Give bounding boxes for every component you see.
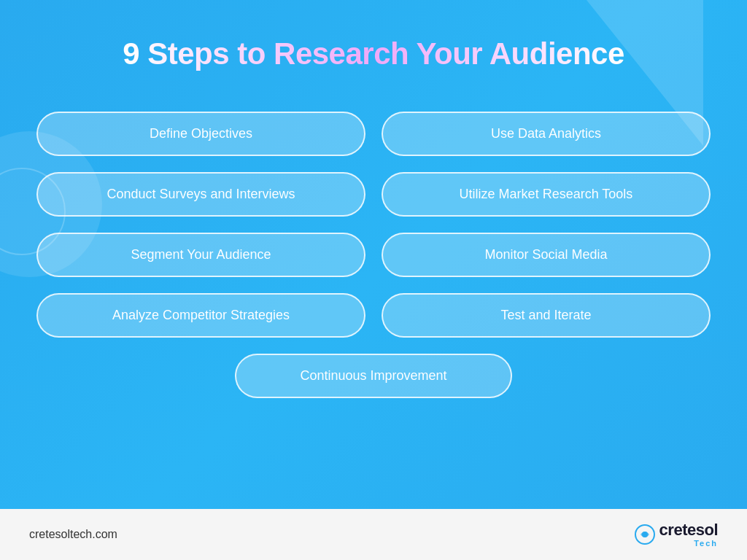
footer-website: cretesoltech.com bbox=[29, 528, 117, 541]
svg-point-1 bbox=[642, 532, 648, 537]
step-analyze-competitor[interactable]: Analyze Competitor Strategies bbox=[36, 293, 365, 338]
footer-logo: cretesol Tech bbox=[635, 521, 718, 548]
step-test-iterate[interactable]: Test and Iterate bbox=[382, 293, 711, 338]
step-segment-audience[interactable]: Segment Your Audience bbox=[36, 233, 365, 277]
bottom-pill-container: Continuous Improvement bbox=[36, 354, 711, 398]
step-define-objectives[interactable]: Define Objectives bbox=[36, 112, 365, 156]
logo-sub: Tech bbox=[659, 539, 718, 548]
logo-brand: cretesol bbox=[659, 521, 718, 539]
content-area: 9 Steps to Research Your Audience Define… bbox=[0, 0, 747, 509]
step-continuous-improvement[interactable]: Continuous Improvement bbox=[235, 354, 512, 398]
logo-icon bbox=[635, 524, 655, 545]
steps-grid: Define Objectives Use Data Analytics Con… bbox=[36, 112, 711, 338]
step-conduct-surveys[interactable]: Conduct Surveys and Interviews bbox=[36, 172, 365, 217]
page-title: 9 Steps to Research Your Audience bbox=[123, 36, 624, 71]
step-utilize-market-research[interactable]: Utilize Market Research Tools bbox=[382, 172, 711, 217]
main-container: 9 Steps to Research Your Audience Define… bbox=[0, 0, 747, 560]
footer: cretesoltech.com cretesol Tech bbox=[0, 509, 747, 560]
step-use-data-analytics[interactable]: Use Data Analytics bbox=[382, 112, 711, 156]
step-monitor-social-media[interactable]: Monitor Social Media bbox=[382, 233, 711, 277]
logo-text: cretesol Tech bbox=[659, 521, 718, 548]
